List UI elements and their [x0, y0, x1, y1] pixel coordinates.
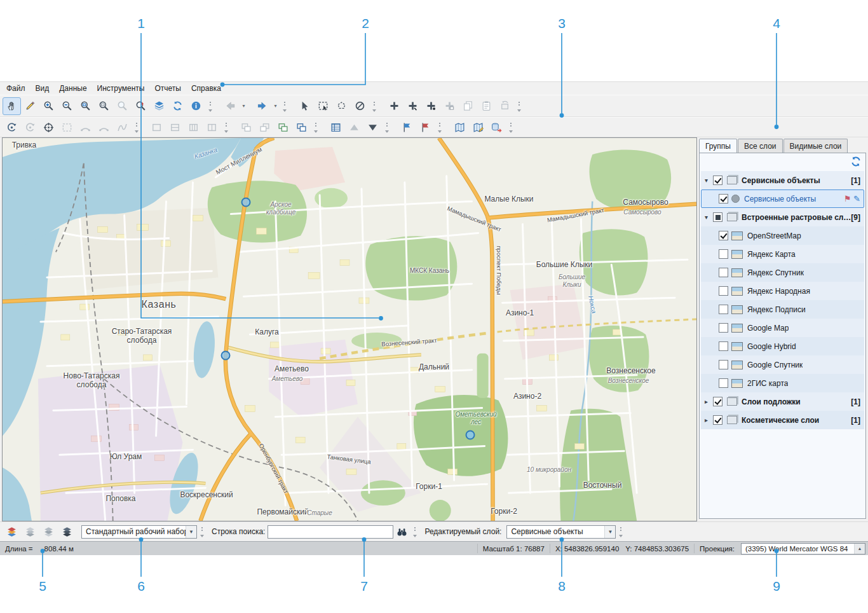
- toolbar-overflow-button[interactable]: [199, 523, 206, 540]
- copy-button[interactable]: [459, 97, 477, 115]
- zoom-window-button[interactable]: [76, 97, 95, 115]
- layer-checkbox[interactable]: [713, 397, 722, 406]
- layer-row[interactable]: Косметические слои [1]: [701, 411, 864, 429]
- info-button[interactable]: [187, 97, 205, 115]
- select-lasso-button[interactable]: [332, 97, 351, 115]
- transform-button[interactable]: [496, 97, 514, 115]
- toolbar-overflow-button[interactable]: [516, 98, 523, 114]
- rect-corner-button[interactable]: [147, 118, 166, 136]
- layer-checkbox[interactable]: [719, 268, 728, 277]
- layer-checkbox[interactable]: [713, 212, 722, 222]
- expander-icon[interactable]: [705, 398, 713, 405]
- projection-select[interactable]: (3395) World Mercator WGS 84▲: [741, 543, 865, 554]
- layers-button[interactable]: [150, 97, 168, 115]
- menu-item[interactable]: Справка: [186, 83, 226, 94]
- toolbar-overflow-button[interactable]: [618, 523, 625, 540]
- menu-item[interactable]: Отчеты: [149, 83, 186, 94]
- layer-checkbox[interactable]: [713, 415, 722, 425]
- rect-edge-button[interactable]: [166, 118, 184, 136]
- refresh-button[interactable]: [168, 97, 187, 115]
- layer-row[interactable]: OpenStreetMap: [701, 226, 864, 245]
- search-input[interactable]: [268, 525, 393, 539]
- rotate-point-button[interactable]: [3, 118, 21, 136]
- move-up-button[interactable]: [345, 118, 363, 136]
- layer-checkbox[interactable]: [719, 231, 728, 240]
- pan-button[interactable]: [3, 97, 21, 115]
- menu-item[interactable]: Вид: [31, 83, 55, 94]
- toolbar-overflow-button[interactable]: [313, 119, 320, 135]
- toolbar-overflow-button[interactable]: [371, 98, 378, 114]
- paste-button[interactable]: [477, 97, 496, 115]
- toolbar-overflow-button[interactable]: [133, 119, 140, 135]
- expander-icon[interactable]: [705, 417, 713, 424]
- menu-item[interactable]: Данные: [54, 83, 92, 94]
- create-subobject-button[interactable]: [403, 97, 422, 115]
- rotate-button[interactable]: [21, 118, 39, 136]
- rect-columns-button[interactable]: [184, 118, 203, 136]
- layer-row[interactable]: 2ГИС карта: [701, 374, 864, 392]
- layer-checkbox[interactable]: [719, 341, 728, 351]
- layer-checkbox[interactable]: [719, 286, 728, 296]
- panel-tab[interactable]: Группы: [699, 139, 737, 153]
- workspace-stack-dark-button[interactable]: [58, 523, 76, 541]
- layer-row[interactable]: Встроенные растровые слои [9]: [701, 208, 864, 226]
- rect-cut-button[interactable]: [203, 118, 221, 136]
- workspace-stack-light-button[interactable]: [39, 523, 58, 541]
- route-end-button[interactable]: [416, 118, 435, 136]
- workspace-select[interactable]: Стандартный рабочий набор▼: [81, 525, 197, 539]
- expander-icon[interactable]: [705, 214, 713, 221]
- layer-row[interactable]: Google Спутник: [701, 355, 864, 374]
- map-marker[interactable]: [241, 198, 251, 207]
- attributes-table-button[interactable]: [327, 118, 345, 136]
- zoom-window-out-button[interactable]: [95, 97, 113, 115]
- route-start-button[interactable]: [398, 118, 416, 136]
- rect-align-button[interactable]: [255, 118, 274, 136]
- layer-checkbox[interactable]: [713, 176, 722, 185]
- nav-forward-dropdown[interactable]: ▾: [271, 98, 280, 114]
- clear-selection-button[interactable]: [351, 97, 369, 115]
- toolbar-overflow-button[interactable]: [437, 119, 444, 135]
- create-point-button[interactable]: [422, 97, 440, 115]
- zoom-in-button[interactable]: [39, 97, 58, 115]
- map-edit-button[interactable]: [469, 118, 487, 136]
- layer-edit-icon[interactable]: [853, 194, 860, 203]
- find-button[interactable]: [393, 523, 410, 540]
- layer-row[interactable]: Google Map: [701, 319, 864, 337]
- map-marker[interactable]: [221, 351, 231, 361]
- create-object-button[interactable]: [385, 97, 403, 115]
- layer-checkbox[interactable]: [719, 323, 728, 333]
- layer-row[interactable]: Яндекс Спутник: [701, 263, 864, 282]
- panel-tab[interactable]: Все слои: [738, 139, 783, 153]
- toolbar-overflow-button[interactable]: [281, 98, 288, 114]
- arc-reverse-button[interactable]: [95, 118, 113, 136]
- toolbar-overflow-button[interactable]: [207, 98, 214, 114]
- layer-row[interactable]: Сервисные объекты: [701, 189, 864, 208]
- rect-group-button[interactable]: [274, 118, 292, 136]
- layer-checkbox[interactable]: [719, 194, 728, 203]
- node-edit-button[interactable]: [58, 118, 76, 136]
- toolbar-overflow-button[interactable]: [223, 119, 230, 135]
- layer-checkbox[interactable]: [719, 249, 728, 259]
- nav-forward-button[interactable]: [253, 97, 271, 115]
- toolbar-overflow-button[interactable]: [412, 523, 419, 540]
- layer-checkbox[interactable]: [719, 305, 728, 314]
- layer-checkbox[interactable]: [719, 360, 728, 369]
- select-cursor-button[interactable]: [295, 97, 314, 115]
- layer-row[interactable]: Яндекс Народная: [701, 282, 864, 300]
- move-down-button[interactable]: [363, 118, 382, 136]
- select-rectangle-button[interactable]: [314, 97, 332, 115]
- map-viewport[interactable]: ТривкаКазанкаМост МиллениумАрское кладби…: [2, 137, 697, 521]
- zoom-edit-button[interactable]: [132, 97, 150, 115]
- editable-layer-select[interactable]: Сервисные объекты▼: [506, 525, 616, 539]
- panel-refresh-icon[interactable]: [850, 156, 862, 167]
- rect-overlap-button[interactable]: [237, 118, 255, 136]
- snap-target-button[interactable]: [39, 118, 58, 136]
- menu-item[interactable]: Файл: [1, 83, 31, 94]
- layer-row[interactable]: Google Hybrid: [701, 337, 864, 355]
- map-marker[interactable]: [466, 430, 475, 440]
- create-rectangle-button[interactable]: [440, 97, 459, 115]
- curve-button[interactable]: [113, 118, 132, 136]
- zoom-prev-button[interactable]: [113, 97, 132, 115]
- layer-row[interactable]: Слои подложки [1]: [701, 392, 864, 411]
- workspace-stack-color-button[interactable]: [3, 523, 21, 541]
